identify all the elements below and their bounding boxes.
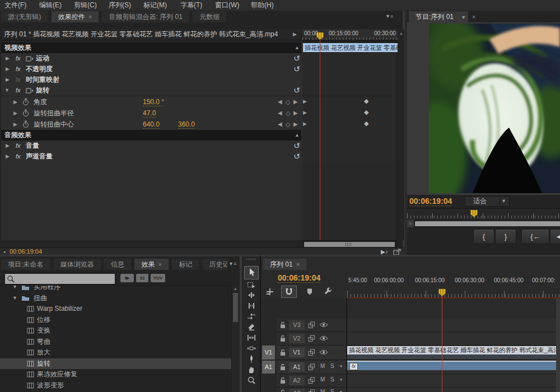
- close-icon[interactable]: ×: [472, 13, 475, 20]
- expand-icon[interactable]: ▶: [13, 119, 17, 130]
- tree-item-rolling-shutter[interactable]: 果冻效应修复: [0, 369, 231, 380]
- menu-help[interactable]: 帮助(H): [251, 0, 274, 11]
- track-keyframe-arrow-icon[interactable]: ◂: [339, 389, 342, 392]
- tab-info[interactable]: 信息: [104, 259, 131, 270]
- 32bit-badge[interactable]: 32: [136, 274, 148, 282]
- add-keyframe-icon[interactable]: ◇: [286, 119, 290, 130]
- tab-metadata[interactable]: 元数据: [193, 11, 226, 22]
- lock-icon[interactable]: [280, 377, 286, 384]
- lock-icon[interactable]: [280, 389, 286, 392]
- tab-program-monitor[interactable]: 节目:序列 01 ▼: [409, 11, 468, 22]
- param-value-y[interactable]: 360.0: [178, 120, 195, 129]
- expand-icon[interactable]: ▶: [6, 151, 10, 162]
- show-keyframes-toggle-icon[interactable]: ▶: [293, 29, 297, 40]
- track-content-a3[interactable]: [347, 388, 560, 392]
- panel-menu-icon[interactable]: ▼≡: [228, 261, 236, 267]
- fx-badge-disabled[interactable]: fx: [16, 74, 21, 85]
- sync-lock-icon[interactable]: [308, 389, 315, 392]
- sync-lock-icon[interactable]: [308, 321, 315, 329]
- accelerated-effects-badge[interactable]: f▶: [120, 274, 134, 282]
- timeline-right-strip[interactable]: [556, 298, 560, 392]
- rolling-edit-tool[interactable]: [247, 301, 256, 310]
- program-hscrollbar-thumb[interactable]: [415, 221, 560, 226]
- lock-icon[interactable]: [280, 321, 286, 329]
- next-keyframe-icon[interactable]: ▶: [293, 119, 298, 130]
- audio-clip[interactable]: fx: [347, 362, 560, 370]
- chevron-down-icon[interactable]: ▼: [461, 15, 466, 20]
- selection-tool[interactable]: [247, 268, 256, 277]
- mute-button[interactable]: M: [320, 389, 325, 392]
- collapse-icon[interactable]: ▼: [4, 85, 10, 96]
- pen-tool[interactable]: [247, 354, 256, 363]
- tab-media-browser[interactable]: 媒体浏览器: [54, 259, 101, 270]
- ec-vscrollbar[interactable]: ▲: [398, 29, 404, 240]
- reset-icon[interactable]: ↺: [293, 85, 300, 96]
- timeline-timecode[interactable]: 00:06:19:04: [278, 273, 320, 283]
- go-to-in-button[interactable]: {←: [521, 229, 549, 244]
- stopwatch-icon[interactable]: [22, 120, 29, 128]
- menu-edit[interactable]: 编辑(E): [39, 0, 62, 11]
- chevron-down-icon[interactable]: ▼: [501, 197, 506, 206]
- panel-grip[interactable]: [246, 258, 256, 260]
- track-name-v3[interactable]: V3: [289, 320, 305, 330]
- prev-keyframe-icon[interactable]: ◀: [278, 96, 282, 108]
- fx-badge[interactable]: fx: [16, 85, 21, 96]
- eye-icon[interactable]: [319, 322, 328, 328]
- add-marker-icon[interactable]: [306, 288, 314, 296]
- video-clip[interactable]: 插花视频 花艺视频 开业花篮 零基础花艺 婚车插花 鲜花的养护 韩式花束_高清.…: [347, 346, 560, 354]
- track-content-v2[interactable]: [347, 332, 560, 346]
- step-back-button[interactable]: ◀: [550, 229, 560, 244]
- track-content-a2[interactable]: [347, 374, 560, 388]
- sync-lock-icon[interactable]: [308, 335, 315, 342]
- rate-stretch-tool[interactable]: [247, 312, 256, 321]
- source-patch-a1[interactable]: A1: [262, 361, 275, 374]
- solo-button[interactable]: S: [330, 376, 334, 382]
- effects-tree-vscrollbar[interactable]: ▲: [231, 285, 239, 392]
- program-timecode[interactable]: 00:06:19:04: [409, 197, 452, 206]
- tree-item-magnify[interactable]: 放大: [0, 347, 231, 358]
- timeline-settings-wrench-icon[interactable]: [324, 287, 333, 296]
- fit-dropdown[interactable]: 适合 ▼: [465, 196, 510, 207]
- stopwatch-icon[interactable]: [22, 98, 29, 106]
- razor-tool[interactable]: [247, 323, 256, 332]
- tab-markers[interactable]: 标记: [172, 259, 199, 270]
- tree-item-twirl-selected[interactable]: 旋转: [0, 358, 231, 369]
- scroll-up-icon[interactable]: ▲: [398, 31, 404, 35]
- snap-toggle[interactable]: [281, 286, 297, 298]
- tree-folder-distort[interactable]: ▼ 扭曲: [0, 293, 231, 304]
- keyframe-diamond[interactable]: ◆: [364, 109, 368, 116]
- mute-button[interactable]: M: [320, 363, 325, 369]
- next-keyframe-icon[interactable]: ▶: [293, 108, 298, 119]
- menu-clip[interactable]: 剪辑(C): [74, 0, 97, 11]
- prev-keyframe-icon[interactable]: ◀: [278, 108, 282, 119]
- work-area-bar[interactable]: [347, 297, 560, 298]
- param-value-x[interactable]: 640.0: [143, 120, 160, 129]
- reset-icon[interactable]: ↺: [293, 64, 300, 74]
- track-select-tool[interactable]: [247, 280, 256, 289]
- track-name-a2[interactable]: A2: [289, 376, 305, 385]
- eye-icon[interactable]: [319, 349, 328, 355]
- menu-window[interactable]: 窗口(W): [215, 0, 239, 11]
- solo-button[interactable]: S: [330, 389, 334, 392]
- vscrollbar-thumb[interactable]: [233, 293, 238, 322]
- yuv-badge[interactable]: YUV: [151, 274, 165, 282]
- lock-icon[interactable]: [280, 363, 286, 371]
- close-icon[interactable]: ×: [88, 13, 92, 20]
- tree-folder-utility[interactable]: ▼ 实用程序: [0, 285, 231, 292]
- menu-file[interactable]: 文件(F): [4, 0, 26, 11]
- collapse-icon[interactable]: ▼: [12, 293, 17, 304]
- hand-tool[interactable]: [247, 365, 256, 374]
- collapse-icon[interactable]: ▼: [12, 285, 17, 292]
- panel-menu-icon[interactable]: ▼≡: [385, 13, 393, 19]
- fx-badge[interactable]: fx: [16, 151, 21, 162]
- ec-hscrollbar-thumb[interactable]: [304, 242, 395, 247]
- expand-icon[interactable]: ▶: [6, 53, 10, 64]
- param-value[interactable]: 47.0: [143, 109, 156, 118]
- tree-item-warp-stabilizer[interactable]: Warp Stabilizer: [0, 304, 231, 314]
- tab-effect-controls[interactable]: 效果控件×: [52, 11, 99, 22]
- timeline-ruler[interactable]: 5:45:00 00:06:00:00 00:06:15:00 00:06:30…: [347, 272, 560, 297]
- add-keyframe-icon[interactable]: ◇: [286, 96, 290, 108]
- expand-icon[interactable]: ▶: [13, 96, 17, 108]
- lock-icon[interactable]: [280, 349, 286, 356]
- track-name-a3[interactable]: A3: [289, 389, 305, 392]
